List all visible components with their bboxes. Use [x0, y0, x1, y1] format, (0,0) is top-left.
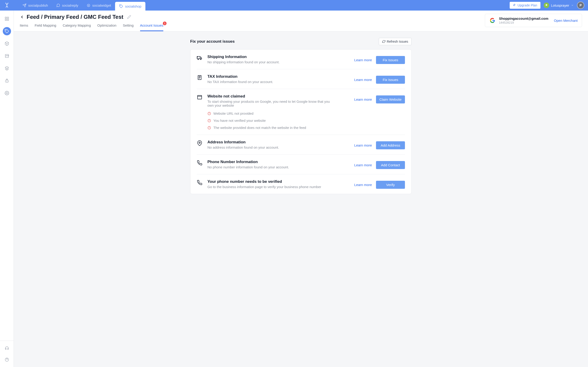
chevron-left-icon [20, 15, 24, 19]
issue-row: Website not claimed To start showing you… [197, 89, 405, 135]
subtab-setting[interactable]: Setting [123, 23, 134, 31]
tag-icon [5, 29, 9, 33]
sidebar-products[interactable] [3, 40, 11, 48]
learn-more-link[interactable]: Learn more [354, 78, 372, 82]
issue-title: Phone Number Information [208, 160, 350, 164]
headset-icon [5, 346, 9, 350]
subtab-category-mapping[interactable]: Category Mapping [63, 23, 91, 31]
upgrade-plan-button[interactable]: Upgrade Plan [510, 2, 540, 9]
sidebar-dashboard[interactable] [3, 15, 11, 23]
sidebar-layers[interactable] [3, 64, 11, 73]
tab-label: socialshop [125, 4, 141, 8]
avatar[interactable]: P [577, 2, 584, 9]
pencil-icon [127, 15, 131, 19]
tag-icon [119, 4, 123, 8]
issue-row: Address Information No address informati… [197, 135, 405, 155]
merchant-id: 144528219 [499, 21, 548, 25]
chevron-down-icon [571, 4, 574, 7]
refresh-issues-button[interactable]: Refresh Issues [379, 38, 412, 45]
tab-socialwidget[interactable]: socialwidget [82, 1, 115, 10]
issue-title: Shipping Information [208, 55, 350, 59]
sub-issue: The website provided does not match the … [208, 126, 350, 130]
issue-title: Address Information [208, 140, 350, 144]
issue-title: TAX Information [208, 74, 350, 79]
tab-label: socialwidget [92, 3, 111, 7]
shopify-icon [544, 2, 549, 8]
learn-more-link[interactable]: Learn more [354, 98, 372, 101]
logo[interactable] [0, 2, 14, 9]
fix-issues-button[interactable]: Fix Issues [376, 56, 405, 64]
tab-socialreply[interactable]: socialreply [52, 1, 82, 10]
layers-icon [5, 66, 9, 71]
warning-icon [208, 112, 211, 115]
claim-website-button[interactable]: Claim Website [376, 95, 405, 103]
svg-point-12 [200, 59, 201, 60]
open-merchant-link[interactable]: Open Merchant [554, 19, 578, 23]
sidebar-money[interactable] [3, 77, 11, 85]
merchant-email: Shoppingaccount@gmail.com [499, 16, 548, 21]
sidebar [0, 10, 14, 367]
topbar-tabs: socialpublish socialreply socialwidget s… [18, 0, 145, 10]
tab-socialshop[interactable]: socialshop [115, 2, 145, 10]
svg-point-0 [87, 4, 90, 6]
chat-icon [56, 3, 60, 7]
issues-badge: 5 [163, 22, 166, 25]
user-menu[interactable]: Lotusprayer [544, 2, 574, 8]
issue-desc: Go to the business information page to v… [208, 185, 336, 189]
tab-label: socialreply [62, 3, 78, 7]
verify-button[interactable]: Verify [376, 181, 405, 189]
help-icon [5, 357, 9, 362]
subtab-optimization[interactable]: Optimization [97, 23, 116, 31]
subtab-account-issues[interactable]: Account Issues 5 [140, 23, 164, 31]
page-header: Feed / Primary Feed / GMC Feed Test Item… [14, 10, 588, 31]
learn-more-link[interactable]: Learn more [354, 163, 372, 167]
svg-rect-3 [5, 17, 6, 19]
gear-icon [5, 91, 9, 95]
issue-desc: No address information found on your acc… [208, 145, 336, 149]
topbar: socialpublish socialreply socialwidget s… [0, 0, 588, 10]
topbar-right: Upgrade Plan Lotusprayer P [510, 2, 588, 9]
subtabs: Items Field Mapping Category Mapping Opt… [20, 23, 485, 31]
issue-desc: No TAX information found on your account… [208, 80, 336, 84]
send-icon [23, 3, 26, 7]
fix-issues-button[interactable]: Fix Issues [376, 76, 405, 84]
rocket-icon [513, 4, 516, 7]
learn-more-link[interactable]: Learn more [354, 183, 372, 187]
phone-icon [197, 160, 203, 166]
google-icon [489, 17, 496, 24]
issue-desc: No phone number information found on you… [208, 165, 336, 169]
back-button[interactable] [20, 15, 24, 19]
issue-row: Your phone number needs to be verified G… [197, 174, 405, 194]
box-icon [5, 41, 9, 46]
target-icon [86, 3, 90, 7]
svg-point-2 [120, 5, 121, 6]
sidebar-tags[interactable] [3, 27, 11, 35]
sidebar-help[interactable] [3, 356, 11, 364]
learn-more-link[interactable]: Learn more [354, 143, 372, 147]
breadcrumb: Feed / Primary Feed / GMC Feed Test [27, 14, 123, 20]
issue-row: Shipping Information No shipping informa… [197, 50, 405, 69]
subtab-items[interactable]: Items [20, 23, 28, 31]
svg-point-8 [6, 93, 7, 94]
add-address-button[interactable]: Add Address [376, 141, 405, 149]
subtab-field-mapping[interactable]: Field Mapping [35, 23, 56, 31]
sidebar-support[interactable] [3, 344, 11, 352]
location-icon [197, 140, 203, 146]
issue-title: Your phone number needs to be verified [208, 179, 350, 184]
learn-more-link[interactable]: Learn more [354, 58, 372, 62]
tab-socialpublish[interactable]: socialpublish [18, 1, 52, 10]
issue-desc: No shipping information found on your ac… [208, 60, 336, 64]
svg-rect-14 [198, 95, 202, 99]
warning-icon [208, 126, 211, 130]
phone-icon [197, 180, 203, 185]
store-icon [5, 54, 9, 58]
add-contact-button[interactable]: Add Contact [376, 161, 405, 169]
edit-title-button[interactable] [127, 15, 131, 19]
sidebar-store[interactable] [3, 52, 11, 60]
svg-point-1 [88, 5, 89, 6]
svg-point-11 [198, 59, 199, 60]
issues-card: Shipping Information No shipping informa… [190, 49, 412, 194]
tax-icon [197, 75, 203, 80]
svg-point-18 [199, 142, 200, 143]
sidebar-settings[interactable] [3, 89, 11, 97]
